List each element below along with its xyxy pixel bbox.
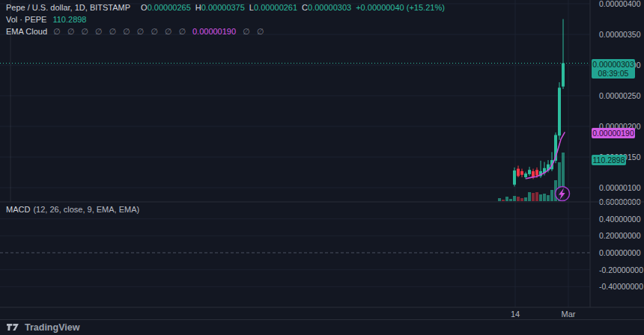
symbol-legend: Pepe / U.S. dollar, 1D, BITSTAMPO0.00000… [6,1,445,37]
volume-badge: 110.2898 [592,155,626,165]
ema-null-symbol: ∅ [151,27,158,36]
candle-body [517,169,520,176]
ema-null-symbol: ∅ [137,27,145,36]
tradingview-wordmark[interactable]: TradingView [25,322,79,333]
volume-bar [513,196,516,201]
volume-bar [509,199,512,201]
volume-bar [539,194,542,201]
volume-bar [524,197,527,201]
symbol-title[interactable]: Pepe / U.S. dollar, 1D, BITSTAMP [6,3,130,12]
legend-row-volume: Vol · PEPE110.2898 [6,13,445,25]
ema-null-symbol: ∅ [243,27,250,36]
low-value: 0.00000261 [254,3,297,12]
volume-indicator-label[interactable]: Vol · PEPE [6,15,46,24]
chart-canvas[interactable] [0,0,644,335]
high-label: H [195,3,201,12]
open-label: O [141,3,148,12]
ema-null-values: ∅∅ [243,27,270,36]
candle-body [513,170,516,185]
ema-null-symbol: ∅ [165,27,172,36]
macd-title[interactable]: MACD [6,205,30,214]
tradingview-logo-icon[interactable] [7,323,19,332]
candle-body [532,171,535,176]
volume-bar [543,194,546,201]
change-value: +0.00000040 (+15.21%) [356,3,445,12]
candle-body [520,171,523,175]
high-value: 0.00000375 [201,3,245,12]
volume-bar [517,197,520,201]
volume-bar [502,200,505,201]
volume-indicator-value: 110.2898 [52,15,86,24]
volume-bar [532,193,535,201]
candle-body [528,170,531,174]
ema-null-symbol: ∅ [95,27,103,36]
volume-bar [547,195,550,201]
volume-bar [528,192,531,201]
macd-legend: MACD(12, 26, close, 9, EMA, EMA) [6,204,139,215]
ema-cloud-value: 0.00000190 [192,27,236,36]
ema-null-symbol: ∅ [109,27,116,36]
ema-null-symbol: ∅ [53,27,61,36]
attribution-bar: TradingView [0,319,644,335]
close-value: 0.00000303 [308,3,351,12]
ema-null-symbol: ∅ [178,27,186,36]
candle-body [558,87,561,135]
ema-null-values: ∅∅∅∅∅∅∅∅∅∅ [53,27,192,36]
candle-body [524,173,527,177]
ema-null-symbol: ∅ [257,27,264,36]
legend-row-ema-cloud: EMA Cloud∅∅∅∅∅∅∅∅∅∅0.00000190∅∅ [6,25,445,37]
volume-bar [505,197,508,201]
volume-bar [498,198,501,201]
macd-params: (12, 26, close, 9, EMA, EMA) [33,205,139,214]
ema-null-symbol: ∅ [81,27,88,36]
open-value: 0.00000265 [148,3,191,12]
volume-bar [535,192,538,201]
bar-countdown: 08:39:05 [592,69,635,78]
volume-bar [550,190,553,201]
last-price-value: 0.00000303 [592,60,635,69]
candle-body [535,170,538,175]
close-label: C [302,3,308,12]
candle-body [562,64,565,87]
ema-null-symbol: ∅ [67,27,75,36]
volume-bar [520,198,523,201]
legend-row-symbol: Pepe / U.S. dollar, 1D, BITSTAMPO0.00000… [6,1,445,13]
ema-price-badge: 0.00000190 [592,128,635,138]
last-price-badge: 0.00000303 08:39:05 [592,59,635,79]
ema-null-symbol: ∅ [123,27,130,36]
tradingview-chart-window: Pepe / U.S. dollar, 1D, BITSTAMPO0.00000… [0,0,644,335]
ema-cloud-label[interactable]: EMA Cloud [6,27,47,36]
